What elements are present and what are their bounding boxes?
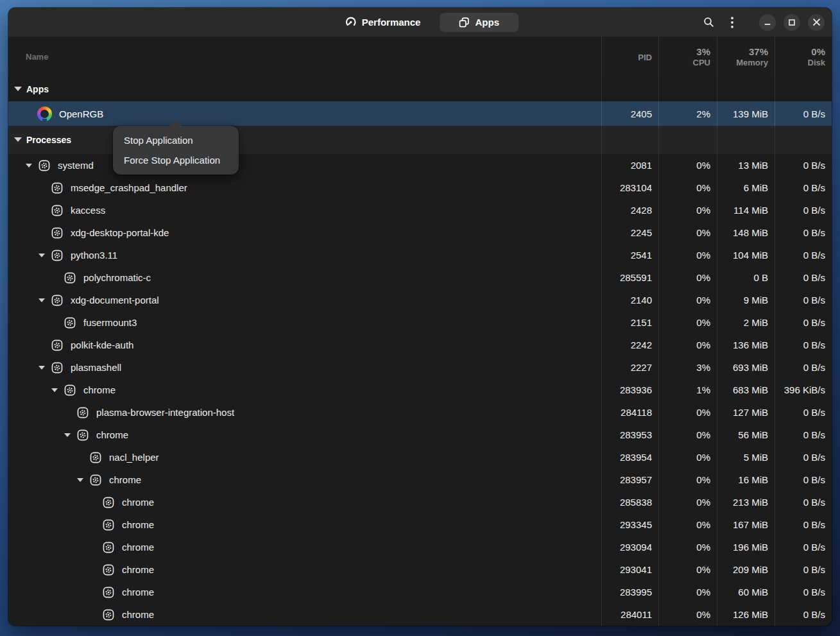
memory-total-percent: 37% bbox=[749, 47, 768, 56]
table-row[interactable]: xdg-desktop-portal-kde22450%148 MiB0 B/s bbox=[8, 221, 832, 244]
table-row[interactable]: nacl_helper2839540%5 MiB0 B/s bbox=[8, 446, 832, 468]
memory-value: 148 MiB bbox=[717, 221, 775, 244]
pid-value: 284118 bbox=[601, 401, 658, 424]
cpu-value: 0% bbox=[658, 603, 717, 626]
titlebar: Performance Apps bbox=[8, 8, 832, 37]
maximize-button[interactable] bbox=[784, 14, 800, 31]
menu-item-stop-application[interactable]: Stop Application bbox=[113, 130, 239, 150]
expander-icon[interactable] bbox=[51, 388, 64, 392]
table-row[interactable]: kaccess24280%114 MiB0 B/s bbox=[8, 199, 832, 221]
disk-value: 0 B/s bbox=[775, 334, 832, 356]
table-row[interactable]: polychromatic-c2855910%0 B0 B/s bbox=[8, 266, 832, 289]
table-row[interactable]: chrome2839530%56 MiB0 B/s bbox=[8, 424, 832, 446]
column-header-pid[interactable]: PID bbox=[601, 37, 658, 76]
table-row[interactable]: chrome2839361%683 MiB396 KiB/s bbox=[8, 379, 832, 401]
memory-value: 9 MiB bbox=[717, 289, 775, 311]
titlebar-actions bbox=[699, 8, 825, 37]
process-gear-icon bbox=[64, 272, 76, 284]
expander-icon[interactable] bbox=[26, 164, 39, 168]
pid-value: 283995 bbox=[601, 581, 658, 603]
memory-value: 13 MiB bbox=[717, 154, 775, 176]
table-row[interactable]: plasma-browser-integration-host2841180%1… bbox=[8, 401, 832, 424]
tab-performance[interactable]: Performance bbox=[336, 13, 430, 32]
section-header-apps[interactable]: Apps bbox=[8, 76, 832, 101]
close-button[interactable] bbox=[808, 14, 825, 31]
mission-center-window: Performance Apps bbox=[8, 8, 832, 626]
expander-icon[interactable] bbox=[39, 254, 51, 257]
disk-value: 0 B/s bbox=[775, 356, 832, 379]
table-row[interactable]: msedge_crashpad_handler2831040%6 MiB0 B/… bbox=[8, 176, 832, 199]
app-name-label: OpenRGB bbox=[59, 108, 103, 119]
expander-icon[interactable] bbox=[77, 478, 90, 482]
chevron-down-icon[interactable] bbox=[14, 137, 22, 142]
search-icon[interactable] bbox=[699, 13, 718, 32]
table-row[interactable]: xdg-document-portal21400%9 MiB0 B/s bbox=[8, 289, 832, 311]
column-header-cpu[interactable]: 3% CPU bbox=[658, 37, 717, 76]
disk-value: 0 B/s bbox=[775, 603, 832, 626]
memory-value: 167 MiB bbox=[717, 513, 775, 536]
pid-value: 283957 bbox=[601, 468, 658, 491]
disk-value: 0 B/s bbox=[775, 289, 832, 311]
disk-value: 0 B/s bbox=[775, 199, 832, 221]
process-name-label: plasma-browser-integration-host bbox=[96, 407, 234, 418]
pid-value: 283936 bbox=[601, 379, 658, 401]
process-name-label: chrome bbox=[122, 564, 154, 575]
pid-value: 293041 bbox=[601, 558, 658, 581]
kebab-menu-icon[interactable] bbox=[726, 13, 738, 32]
table-row[interactable]: chrome2858380%213 MiB0 B/s bbox=[8, 491, 832, 513]
pid-value: 2140 bbox=[601, 289, 658, 311]
memory-value: 16 MiB bbox=[717, 468, 775, 491]
memory-value: 60 MiB bbox=[717, 581, 775, 603]
process-name-label: plasmashell bbox=[71, 362, 121, 373]
cpu-value: 0% bbox=[658, 176, 717, 199]
pid-value: 2541 bbox=[601, 244, 658, 266]
column-header-disk[interactable]: 0% Disk bbox=[775, 37, 832, 76]
table-row[interactable]: chrome2933450%167 MiB0 B/s bbox=[8, 513, 832, 536]
pid-value: 2081 bbox=[601, 154, 658, 176]
table-row[interactable]: fusermount321510%2 MiB0 B/s bbox=[8, 311, 832, 334]
menu-item-force-stop-application[interactable]: Force Stop Application bbox=[113, 150, 239, 170]
expander-icon[interactable] bbox=[64, 433, 77, 437]
table-row[interactable]: plasmashell22273%693 MiB0 B/s bbox=[8, 356, 832, 379]
table-row[interactable]: chrome2840110%126 MiB0 B/s bbox=[8, 603, 832, 626]
pid-value: 2428 bbox=[601, 199, 658, 221]
table-row[interactable]: python3.1125410%104 MiB0 B/s bbox=[8, 244, 832, 266]
cpu-value: 0% bbox=[658, 334, 717, 356]
memory-value: 196 MiB bbox=[717, 536, 775, 558]
tab-apps[interactable]: Apps bbox=[440, 13, 519, 32]
openrgb-icon bbox=[37, 107, 52, 121]
memory-value: 127 MiB bbox=[717, 401, 775, 424]
process-name-label: chrome bbox=[122, 497, 154, 508]
process-gear-icon bbox=[51, 205, 63, 216]
cpu-value: 1% bbox=[658, 379, 717, 401]
expander-icon[interactable] bbox=[39, 298, 51, 302]
memory-value: 0 B bbox=[717, 266, 775, 289]
table-row[interactable]: chrome2930410%209 MiB0 B/s bbox=[8, 558, 832, 581]
process-name-label: chrome bbox=[122, 587, 154, 597]
pid-value: 2227 bbox=[601, 356, 658, 379]
cpu-value: 0% bbox=[658, 446, 717, 468]
table-row-openrgb[interactable]: OpenRGB 2405 2% 139 MiB 0 B/s bbox=[8, 101, 832, 125]
chevron-down-icon[interactable] bbox=[14, 87, 22, 91]
memory-value: 683 MiB bbox=[717, 379, 775, 401]
table-row[interactable]: polkit-kde-auth22420%136 MiB0 B/s bbox=[8, 334, 832, 356]
cpu-value: 0% bbox=[658, 558, 717, 581]
column-header-memory[interactable]: 37% Memory bbox=[717, 37, 775, 76]
pid-value: 293094 bbox=[601, 536, 658, 558]
disk-value: 0 B/s bbox=[775, 176, 832, 199]
minimize-button[interactable] bbox=[759, 14, 776, 31]
process-name-label: msedge_crashpad_handler bbox=[71, 182, 187, 193]
expander-icon[interactable] bbox=[39, 366, 51, 370]
process-gear-icon bbox=[90, 474, 101, 486]
tab-apps-label: Apps bbox=[475, 17, 499, 28]
process-rows: systemd20810%13 MiB0 B/s msedge_crashpad… bbox=[8, 154, 832, 626]
column-header-name[interactable]: Name bbox=[8, 37, 601, 76]
table-row[interactable]: chrome2839570%16 MiB0 B/s bbox=[8, 468, 832, 491]
cpu-value: 0% bbox=[658, 424, 717, 446]
process-name-label: chrome bbox=[109, 474, 141, 485]
process-gear-icon bbox=[103, 519, 114, 531]
pid-value: 283953 bbox=[601, 424, 658, 446]
table-row[interactable]: chrome2839950%60 MiB0 B/s bbox=[8, 581, 832, 603]
table-row[interactable]: chrome2930940%196 MiB0 B/s bbox=[8, 536, 832, 558]
pid-value: 2242 bbox=[601, 334, 658, 356]
